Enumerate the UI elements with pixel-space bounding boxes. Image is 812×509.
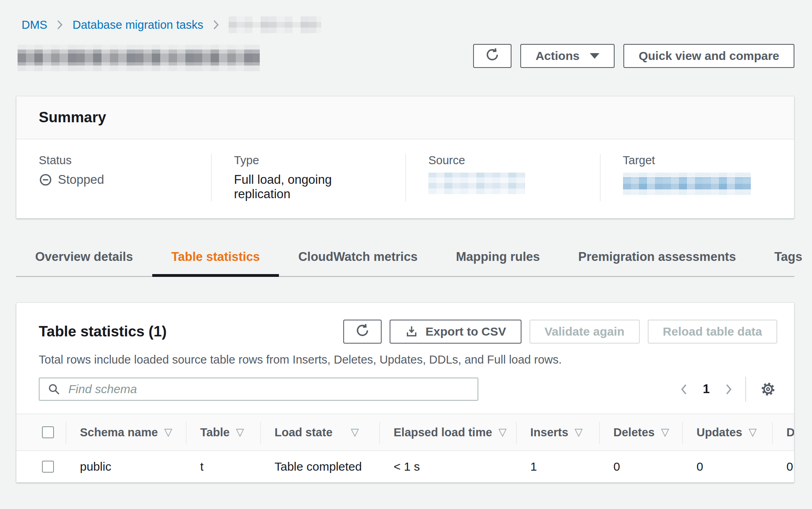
- column-header-load-state[interactable]: Load state▽: [260, 414, 379, 450]
- column-header-updates[interactable]: Updates▽: [682, 414, 772, 450]
- column-header-table[interactable]: Table▽: [186, 414, 260, 450]
- dms-task-page: DMS Database migration tasks Actions: [0, 0, 812, 509]
- cell-ddls: 0: [772, 451, 794, 482]
- type-value: Full load, ongoing replication: [234, 173, 383, 201]
- sort-icon[interactable]: ▽: [748, 426, 756, 438]
- table-statistics-card: Table statistics (1): [16, 302, 794, 483]
- header-buttons: Actions Quick view and compare: [473, 44, 794, 68]
- export-button-label: Export to CSV: [426, 325, 506, 338]
- row-select-cell: [16, 451, 66, 482]
- tab-mapping-rules[interactable]: Mapping rules: [437, 242, 559, 276]
- breadcrumb-tasks-link[interactable]: Database migration tasks: [72, 18, 203, 32]
- target-label: Target: [623, 154, 772, 167]
- table-statistics-buttons: Export to CSV Validate again Reload tabl…: [343, 320, 777, 344]
- refresh-button[interactable]: [473, 44, 511, 68]
- tab-table-statistics[interactable]: Table statistics: [152, 242, 279, 276]
- type-label: Type: [234, 154, 383, 167]
- sort-icon[interactable]: ▽: [499, 426, 507, 438]
- caret-down-icon: [590, 53, 599, 59]
- next-page-button[interactable]: [724, 383, 733, 396]
- summary-title: Summary: [39, 109, 106, 125]
- validate-again-button[interactable]: Validate again: [529, 320, 640, 344]
- select-all-cell: [16, 414, 66, 450]
- breadcrumb-dms-link[interactable]: DMS: [22, 18, 47, 32]
- table-row: public t Table completed < 1 s 1 0 0 0: [16, 451, 794, 482]
- chevron-right-icon: [56, 19, 64, 30]
- table-statistics-toolbar: 1: [16, 377, 794, 402]
- cell-inserts: 1: [516, 451, 599, 482]
- tab-overview-details[interactable]: Overview details: [16, 242, 152, 276]
- gear-icon: [760, 381, 776, 398]
- quick-view-button-label: Quick view and compare: [639, 49, 779, 63]
- table-statistics-header: Table statistics (1): [16, 320, 794, 344]
- cell-load-state: Table completed: [260, 451, 379, 482]
- breadcrumb: DMS Database migration tasks: [22, 16, 794, 34]
- redacted-source-endpoint-link[interactable]: [428, 173, 525, 194]
- download-icon: [405, 325, 418, 338]
- chevron-right-icon: [212, 19, 220, 30]
- cell-elapsed-load-time: < 1 s: [379, 451, 516, 482]
- sort-icon[interactable]: ▽: [575, 426, 583, 438]
- column-header-inserts[interactable]: Inserts▽: [516, 414, 599, 450]
- status-text: Stopped: [58, 173, 104, 187]
- sort-icon[interactable]: ▽: [236, 426, 244, 438]
- column-header-ddls[interactable]: DDLs▽: [772, 414, 794, 450]
- pagination: 1: [679, 377, 776, 402]
- sort-icon[interactable]: ▽: [661, 426, 669, 438]
- refresh-table-button[interactable]: [343, 320, 382, 344]
- summary-type-field: Type Full load, ongoing replication: [211, 154, 406, 201]
- source-label: Source: [428, 154, 577, 167]
- summary-status-field: Status Stopped: [16, 154, 211, 201]
- row-checkbox[interactable]: [42, 461, 54, 473]
- page-number[interactable]: 1: [701, 382, 712, 396]
- previous-page-button[interactable]: [679, 383, 689, 396]
- tab-premigration-assessments[interactable]: Premigration assessments: [559, 242, 755, 276]
- cell-table: t: [186, 451, 260, 482]
- actions-button-label: Actions: [535, 49, 579, 63]
- status-label: Status: [39, 154, 189, 167]
- redacted-target-endpoint-link[interactable]: [623, 173, 751, 195]
- column-header-deletes[interactable]: Deletes▽: [599, 414, 682, 450]
- pagination-divider: [745, 377, 746, 402]
- stopped-status-icon: [39, 173, 52, 187]
- table-statistics-title: Table statistics (1): [39, 323, 167, 340]
- tab-cloudwatch-metrics[interactable]: CloudWatch metrics: [279, 242, 437, 276]
- schema-search: [39, 378, 478, 401]
- summary-card: Summary Status Stopped Type Full load,: [16, 96, 794, 219]
- reload-table-data-button[interactable]: Reload table data: [648, 320, 777, 344]
- redacted-task-name-crumb: [229, 16, 321, 33]
- select-all-checkbox[interactable]: [42, 426, 54, 438]
- cell-schema-name: public: [66, 451, 186, 482]
- reload-button-label: Reload table data: [663, 325, 762, 338]
- table-settings-button[interactable]: [760, 381, 776, 398]
- find-schema-input[interactable]: [39, 378, 478, 401]
- summary-target-field: Target: [600, 154, 794, 201]
- table-statistics-table: Schema name▽ Table▽ Load state▽ Elapsed …: [16, 414, 794, 482]
- validate-button-label: Validate again: [545, 325, 625, 338]
- tab-tags[interactable]: Tags: [755, 242, 812, 276]
- table-statistics-description: Total rows include loaded source table r…: [16, 353, 794, 366]
- actions-button[interactable]: Actions: [520, 44, 615, 68]
- export-to-csv-button[interactable]: Export to CSV: [390, 320, 521, 344]
- summary-body: Status Stopped Type Full load, ongoing r…: [16, 139, 794, 218]
- column-header-elapsed-load-time[interactable]: Elapsed load time▽: [379, 414, 516, 450]
- quick-view-and-compare-button[interactable]: Quick view and compare: [623, 44, 794, 68]
- sort-icon[interactable]: ▽: [164, 426, 172, 438]
- status-value: Stopped: [39, 173, 189, 187]
- sort-icon[interactable]: ▽: [351, 426, 359, 438]
- task-detail-tabs: Overview details Table statistics CloudW…: [16, 242, 794, 277]
- refresh-icon: [485, 47, 500, 65]
- table-header-row: Schema name▽ Table▽ Load state▽ Elapsed …: [16, 414, 794, 451]
- summary-card-header: Summary: [16, 96, 794, 139]
- summary-source-field: Source: [405, 154, 600, 201]
- column-header-schema-name[interactable]: Schema name▽: [66, 414, 186, 450]
- page-header: Actions Quick view and compare: [16, 42, 794, 71]
- cell-deletes: 0: [599, 451, 682, 482]
- cell-updates: 0: [682, 451, 772, 482]
- refresh-icon: [355, 323, 370, 341]
- redacted-page-title: [18, 45, 260, 71]
